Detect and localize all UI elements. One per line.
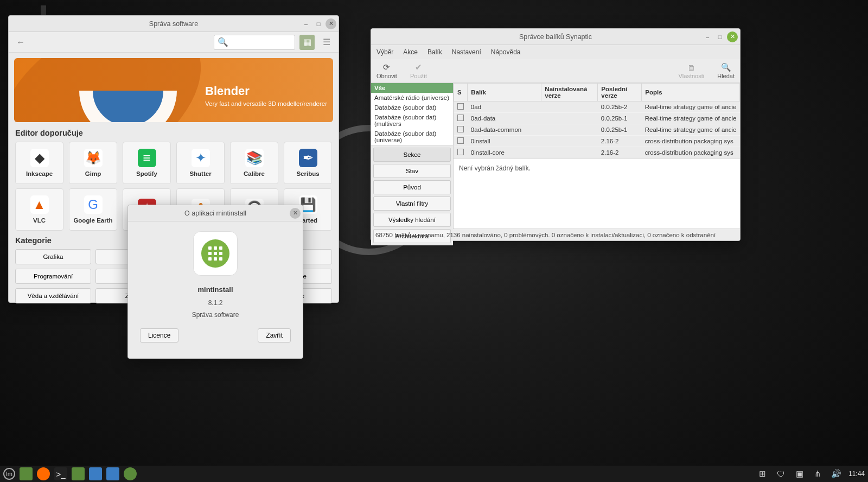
filter-button[interactable]: Sekce [373, 148, 451, 162]
search-run-button[interactable]: ▦ [299, 35, 315, 50]
license-button[interactable]: Licence [140, 328, 178, 343]
tray-icon-1[interactable]: ⊞ [756, 467, 769, 480]
close-button[interactable]: ✕ [727, 31, 738, 42]
synaptic-window[interactable]: Správce balíků Synaptic – □ ✕ VýběrAkceB… [371, 28, 741, 241]
reload-button[interactable]: ⟳Obnovit [376, 62, 397, 79]
table-row[interactable]: 0install 2.16-2 cross-distribution packa… [454, 136, 740, 147]
synaptic-titlebar[interactable]: Správce balíků Synaptic – □ ✕ [371, 29, 740, 45]
firefox-icon[interactable] [37, 467, 50, 480]
package-table[interactable]: S Balík Nainstalovaná verze Poslední ver… [454, 83, 740, 158]
app-icon: ✦ [192, 149, 210, 167]
volume-icon[interactable]: 🔊 [830, 467, 843, 480]
grid-icon [201, 239, 229, 268]
minimize-button[interactable]: – [301, 18, 311, 29]
search-icon: 🔍 [721, 62, 731, 72]
clock[interactable]: 11:44 [848, 470, 865, 478]
app-icon-1[interactable] [89, 467, 102, 480]
pkg-installed [541, 113, 598, 124]
checkbox-icon[interactable] [457, 149, 464, 155]
app-card[interactable]: ▲ VLC [15, 188, 63, 231]
table-row[interactable]: 0ad 0.0.25b-2 Real-time strategy game of… [454, 102, 740, 113]
menu-item[interactable]: Nastavení [452, 48, 481, 56]
folder-icon[interactable] [72, 467, 85, 480]
col-package[interactable]: Balík [468, 84, 541, 102]
synaptic-title: Správce balíků Synaptic [519, 33, 592, 41]
hamburger-menu-icon[interactable]: ☰ [319, 35, 334, 50]
pkg-latest: 2.16-2 [598, 147, 642, 158]
software-manager-titlebar[interactable]: Správa software – □ ✕ [9, 16, 339, 32]
app-label: VLC [33, 217, 46, 224]
app-card[interactable]: 📚 Calibre [230, 142, 278, 184]
table-row[interactable]: 0ad-data-common 0.0.25b-1 Real-time stra… [454, 124, 740, 136]
app-label: Shutter [189, 170, 211, 177]
about-dialog[interactable]: O aplikaci mintinstall ✕ mintinstall 8.1… [127, 205, 303, 359]
minimize-button[interactable]: – [702, 31, 713, 42]
pkg-desc: cross-distribution packaging sys [642, 136, 740, 147]
taskbar[interactable]: lm >_ ⊞ 🛡 ▣ ⋔ 🔊 11:44 [0, 466, 868, 482]
table-row[interactable]: 0install-core 2.16-2 cross-distribution … [454, 147, 740, 158]
search-button[interactable]: 🔍Hledat [717, 62, 735, 79]
editor-picks-heading: Editor doporučuje [9, 128, 339, 142]
menu-item[interactable]: Balík [427, 48, 442, 56]
app-card[interactable]: ✒ Scribus [284, 142, 332, 184]
software-manager-toolbar: ← 🔍 ▦ ☰ [9, 32, 339, 53]
category-item[interactable]: Databáze (soubor dat) [371, 103, 453, 112]
network-icon[interactable]: ⋔ [812, 467, 825, 480]
col-description[interactable]: Popis [642, 84, 740, 102]
app-card[interactable]: ◆ Inkscape [15, 142, 63, 184]
category-item[interactable]: Amatérské rádio (universe) [371, 93, 453, 103]
pkg-desc: Real-time strategy game of ancie [642, 113, 740, 124]
app-icon: ◆ [30, 149, 49, 167]
menu-item[interactable]: Nápověda [491, 48, 521, 56]
category-item[interactable]: Databáze (soubor dat) (multivers [371, 112, 453, 129]
pkg-name: 0ad [468, 102, 541, 113]
app-card[interactable]: ✦ Shutter [176, 142, 225, 184]
properties-button[interactable]: 🗎Vlastnosti [679, 63, 705, 79]
checkbox-icon[interactable] [457, 137, 464, 144]
filter-button[interactable]: Stav [373, 164, 451, 178]
close-button[interactable]: ✕ [290, 208, 301, 219]
col-installed[interactable]: Nainstalovaná verze [541, 84, 598, 102]
category-button[interactable]: Věda a vzdělávání [15, 288, 91, 303]
filter-button[interactable]: Výsledky hledání [373, 213, 451, 227]
banner-title: Blender [205, 84, 327, 98]
pkg-name: 0ad-data-common [468, 124, 541, 136]
menu-item[interactable]: Akce [403, 48, 418, 56]
checkbox-icon[interactable] [457, 115, 464, 121]
apply-button[interactable]: ✔Použít [410, 62, 427, 79]
synaptic-sidebar: VšeAmatérské rádio (universe)Databáze (s… [371, 83, 454, 229]
pkg-installed [541, 102, 598, 113]
tray-shield-icon[interactable]: 🛡 [775, 467, 788, 480]
checkbox-icon[interactable] [457, 126, 464, 132]
app-card[interactable]: ≡ Spotify [123, 142, 171, 184]
tray-icon-3[interactable]: ▣ [793, 467, 806, 480]
app-icon: 🦊 [84, 149, 103, 167]
start-menu-icon[interactable]: lm [3, 468, 15, 480]
filter-button[interactable]: Původ [373, 180, 451, 194]
checkbox-icon[interactable] [457, 103, 464, 110]
filter-button[interactable]: Vlastní filtry [373, 196, 451, 211]
category-item[interactable]: Vše [371, 83, 453, 93]
app-label: Calibre [244, 170, 265, 177]
menu-item[interactable]: Výběr [376, 48, 393, 56]
search-input[interactable]: 🔍 [214, 35, 295, 50]
files-icon[interactable] [20, 467, 33, 480]
close-about-button[interactable]: Zavřít [258, 328, 291, 343]
about-titlebar[interactable]: O aplikaci mintinstall ✕ [128, 205, 303, 221]
app-icon-2[interactable] [106, 467, 119, 480]
category-button[interactable]: Programování [15, 269, 91, 284]
back-button[interactable]: ← [13, 35, 28, 50]
col-status[interactable]: S [454, 84, 468, 102]
app-card[interactable]: G Google Earth [69, 188, 117, 231]
col-latest[interactable]: Poslední verze [598, 84, 642, 102]
terminal-icon[interactable]: >_ [54, 467, 67, 480]
software-icon[interactable] [124, 467, 137, 480]
featured-banner[interactable]: Blender Very fast and versatile 3D model… [14, 58, 333, 122]
category-button[interactable]: Grafika [15, 249, 91, 264]
maximize-button[interactable]: □ [313, 18, 324, 29]
close-button[interactable]: ✕ [326, 18, 336, 29]
table-row[interactable]: 0ad-data 0.0.25b-1 Real-time strategy ga… [454, 113, 740, 124]
maximize-button[interactable]: □ [714, 31, 725, 42]
category-item[interactable]: Databáze (soubor dat) (universe) [371, 129, 453, 145]
app-card[interactable]: 🦊 Gimp [69, 142, 117, 184]
